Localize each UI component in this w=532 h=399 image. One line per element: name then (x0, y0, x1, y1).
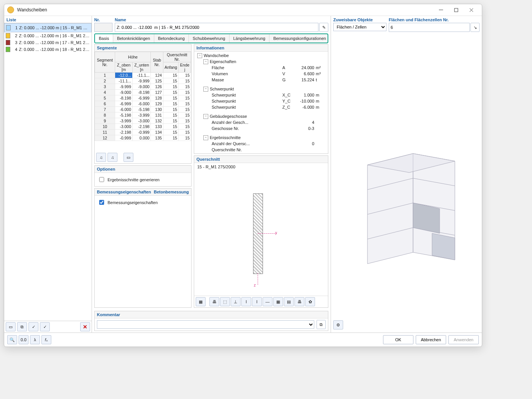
minimize-button[interactable] (433, 4, 448, 16)
list-panel: Liste 1Z: 0.000 ... -12.000 m | 15 - R_M… (4, 16, 92, 332)
table-row[interactable]: 10-3.000-2.1981331515 (95, 124, 191, 130)
table-row[interactable]: 1-12.0...-11.1...1241515 (95, 73, 191, 78)
table-row[interactable]: 6-6.999-6.0001291515 (95, 101, 191, 107)
tab-basis[interactable]: Basis (95, 34, 113, 43)
fc-pick-button[interactable]: ↘ (470, 23, 480, 32)
vt-5[interactable]: I (241, 297, 251, 306)
segments-title: Segmente (95, 44, 191, 52)
close-button[interactable] (464, 4, 479, 16)
list-item[interactable]: 4Z: 0.000 ... -12.000 m | 18 - R_M1 275/… (4, 46, 92, 53)
list-item[interactable]: 2Z: 0.000 ... -12.000 m | 16 - R_M1 275/… (4, 32, 92, 39)
table-row[interactable]: 8-5.198-3.9991311515 (95, 112, 191, 118)
tab-bar: BasisBetonknicklängenBetondeckungSchubbe… (94, 33, 328, 43)
seg-tool-3[interactable]: ▭ (124, 153, 133, 162)
viewer-settings-button[interactable]: ⚙ (333, 320, 343, 329)
list-item[interactable]: 1Z: 0.000 ... -12.000 m | 15 - R_M1 275/… (4, 23, 92, 32)
svg-rect-0 (454, 8, 458, 12)
help-button[interactable]: 🔍 (7, 335, 17, 344)
color-swatch (6, 33, 10, 38)
tab-l-ngsbewehrung[interactable]: Längsbewehrung (230, 34, 269, 43)
zo-label: Zuweisbare Objekte (333, 17, 386, 22)
svg-marker-11 (432, 233, 455, 260)
units-button[interactable]: 0.0 (19, 335, 28, 344)
tool-b-button[interactable]: ✓ (40, 322, 50, 331)
table-row[interactable]: 11-2.198-0.9991341515 (95, 130, 191, 135)
vt-8[interactable]: ▦ (273, 297, 283, 306)
vt-11[interactable]: ✿ (305, 297, 315, 306)
tree-button[interactable]: λ (30, 335, 40, 344)
generate-sections-checkbox[interactable]: Ergebnisschnitte generieren (98, 176, 188, 183)
list-item[interactable]: 3Z: 0.000 ... -12.000 m | 17 - R_M1 275/… (4, 39, 92, 46)
info-tree: −Wandscheibe−EigenschaftenFlächeA24.000m… (194, 52, 328, 154)
view-toolbar: ▦ 🖶 ⬚ ⊥ I I — ▦ ▤ 🖶 ✿ (194, 296, 328, 307)
footer: 🔍 0.0 λ fₓ OK Abbrechen Anwenden (4, 332, 482, 347)
bem-title: Bemessungseigenschaften (97, 190, 151, 194)
edit-name-button[interactable]: ✎ (319, 23, 328, 32)
maximize-button[interactable] (448, 4, 464, 16)
seg-tool-2[interactable]: ♫ (108, 153, 117, 162)
section-rect (253, 193, 263, 274)
copy-item-button[interactable]: ⧉ (17, 322, 27, 331)
building-model (352, 142, 466, 271)
tab-betondeckung[interactable]: Betondeckung (154, 34, 189, 43)
seg-tool-1[interactable]: ♫ (96, 153, 106, 162)
3d-viewer[interactable] (333, 32, 480, 319)
table-row[interactable]: 5-8.198-6.9991281515 (95, 95, 191, 101)
querschnitt-title: Querschnitt (194, 156, 328, 163)
color-swatch (6, 40, 10, 45)
cross-section-view[interactable]: y z (194, 171, 328, 296)
list-toolbar: ▭ ⧉ ✓ ✓ ✕ (4, 321, 92, 332)
table-row[interactable]: 4-9.000-8.1981271515 (95, 90, 191, 95)
vt-4[interactable]: ⊥ (231, 297, 241, 306)
bem-rtab: Betonbemessung (154, 190, 189, 194)
color-swatch (6, 47, 10, 52)
apply-button[interactable]: Anwenden (448, 335, 479, 344)
kommentar-select[interactable] (97, 320, 314, 329)
segments-table[interactable]: Segment Nr.HöheStab Nr.Querschnitt Nr. Z… (95, 52, 191, 141)
titlebar: Wandscheiben (4, 4, 482, 16)
vt-7[interactable]: — (263, 297, 272, 306)
list-title: Liste (4, 16, 92, 23)
fx-button[interactable]: fₓ (41, 335, 51, 344)
color-swatch (6, 25, 11, 30)
vt-10[interactable]: 🖶 (294, 297, 304, 306)
window-title: Wandscheiben (17, 7, 433, 13)
options-title: Optionen (95, 166, 191, 173)
vt-2[interactable]: 🖶 (209, 297, 219, 306)
vt-6[interactable]: I (252, 297, 262, 306)
tab-bemessungskonfigurationen[interactable]: Bemessungskonfigurationen (269, 34, 328, 43)
fc-label: Flächen und Flächenzellen Nr. (389, 17, 480, 22)
ok-button[interactable]: OK (383, 335, 413, 344)
fc-input[interactable] (389, 23, 470, 32)
tab-schubbewehrung[interactable]: Schubbewehrung (189, 34, 230, 43)
vt-9[interactable]: ▤ (284, 297, 294, 306)
table-row[interactable]: 3-9.999-9.0001261515 (95, 84, 191, 90)
vt-3[interactable]: ⬚ (220, 297, 230, 306)
kommentar-title: Kommentar (95, 311, 328, 318)
bem-checkbox[interactable]: Bemessungseigenschaften (98, 199, 188, 206)
table-row[interactable]: 2-11.1...-9.9991251515 (95, 78, 191, 84)
new-item-button[interactable]: ▭ (6, 322, 16, 331)
tab-betonknickl-ngen[interactable]: Betonknicklängen (113, 34, 154, 43)
zo-select[interactable]: Flächen / Zellen (333, 23, 386, 31)
list-area[interactable]: 1Z: 0.000 ... -12.000 m | 15 - R_M1 275/… (4, 23, 92, 321)
info-title: Informationen (194, 44, 328, 52)
tool-a-button[interactable]: ✓ (28, 322, 38, 331)
delete-button[interactable]: ✕ (80, 322, 90, 331)
cancel-button[interactable]: Abbrechen (416, 335, 446, 344)
main-window: Wandscheiben Liste 1Z: 0.000 ... -12.000… (4, 4, 482, 347)
vt-1[interactable]: ▦ (196, 297, 206, 306)
table-row[interactable]: 7-6.000-5.1981301515 (95, 107, 191, 112)
name-label: Name (115, 17, 328, 22)
kommentar-library-button[interactable]: ⧉ (317, 320, 326, 329)
table-row[interactable]: 9-3.999-3.0001321515 (95, 118, 191, 124)
nr-input (94, 23, 112, 32)
nr-label: Nr. (94, 17, 112, 22)
table-row[interactable]: 12-0.9990.0001351515 (95, 135, 191, 141)
app-icon (7, 6, 14, 13)
name-input[interactable] (115, 23, 318, 32)
querschnitt-name: 15 - R_M1 275/2000 (194, 163, 328, 171)
